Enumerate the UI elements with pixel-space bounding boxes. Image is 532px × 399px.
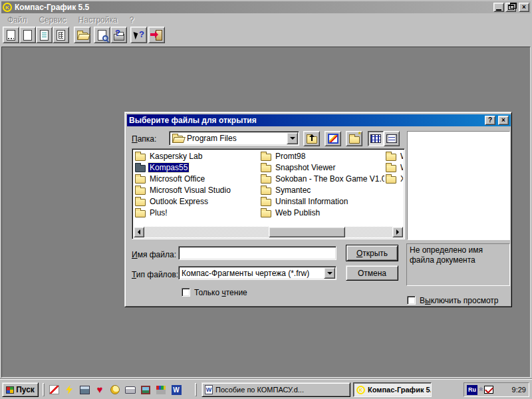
list-item-selected[interactable]: Kompas55	[135, 162, 259, 173]
create-new-folder-button[interactable]: *	[346, 131, 362, 146]
edit-pencil-button[interactable]	[325, 131, 341, 146]
folder-icon	[261, 165, 271, 172]
scroll-right-button[interactable]	[392, 227, 403, 237]
file-list-column-2: Promt98 Snapshot Viewer Sokoban - The Bo…	[261, 150, 384, 227]
quicklaunch-moon-button[interactable]	[109, 384, 121, 396]
close-button[interactable]: ×	[519, 3, 529, 12]
scroll-left-button[interactable]	[134, 227, 144, 237]
quicklaunch-lightning-button[interactable]	[63, 384, 75, 396]
folder-name: Promt98	[274, 152, 307, 161]
minimize-button[interactable]	[493, 3, 504, 12]
dialog-close-button[interactable]: ×	[498, 116, 509, 125]
up-one-level-button[interactable]	[303, 131, 320, 146]
picture-frame-icon	[141, 386, 150, 394]
list-item[interactable]: Kaspersky Lab	[135, 150, 259, 162]
start-button-label: Пуск	[16, 385, 35, 394]
toolbar-handle[interactable]	[195, 383, 197, 396]
folder-combobox-arrow[interactable]	[287, 132, 298, 144]
folder-combobox[interactable]: Program Files	[169, 131, 299, 146]
open-document-button[interactable]	[74, 27, 90, 43]
scrollbar-thumb[interactable]	[269, 227, 346, 237]
quicklaunch-calculator-button[interactable]	[78, 384, 90, 396]
disable-preview-checkbox[interactable]	[407, 296, 416, 305]
list-item[interactable]: X	[386, 173, 403, 184]
folder-icon	[135, 176, 146, 184]
scheduler-tray-icon[interactable]: *	[479, 388, 483, 395]
folder-icon	[261, 188, 271, 195]
list-item[interactable]: Web Publish	[261, 207, 384, 218]
disable-preview-label[interactable]: Выключить просмотр	[420, 296, 498, 305]
cancel-button[interactable]: Отмена	[346, 265, 398, 281]
kompas-logo-letter: K	[359, 388, 362, 392]
quicklaunch-word-button[interactable]: W	[170, 384, 182, 396]
list-item[interactable]: W	[386, 150, 403, 162]
file-list-column-1: Kaspersky Lab Kompas55 Microsoft Office …	[135, 150, 259, 227]
details-view-button[interactable]	[384, 131, 400, 146]
task-button-word-document[interactable]: WПособие по КОМПАСУ.d...	[201, 382, 350, 397]
monitor-check-tray-icon[interactable]	[484, 386, 493, 394]
toolbar-handle[interactable]	[43, 383, 45, 396]
list-item[interactable]: Uninstall Information	[261, 196, 384, 207]
new-sheet-icon	[23, 30, 32, 41]
list-item[interactable]: W	[386, 162, 403, 173]
list-item[interactable]: Plus!	[135, 207, 259, 218]
new-specification-button[interactable]	[53, 27, 69, 43]
menu-help[interactable]: ?	[124, 15, 140, 25]
menu-file[interactable]: Файл	[1, 15, 33, 25]
print-help-button[interactable]: ?	[110, 27, 127, 43]
app-titlebar[interactable]: K Компас-График 5.5 ×	[1, 1, 531, 13]
filetype-combobox[interactable]: Компас-Фрагменты чертежа (*.frw)	[178, 266, 336, 280]
folder-icon	[135, 210, 146, 217]
open-button-accel: О	[356, 249, 362, 258]
menu-settings[interactable]: Настройка	[72, 15, 124, 25]
quicklaunch-notepad-button[interactable]	[48, 384, 60, 396]
folder-name: Kompas55	[148, 163, 189, 172]
restore-button[interactable]	[505, 3, 516, 12]
list-item[interactable]: Sokoban - The Box Game V1.00	[261, 173, 384, 184]
readonly-checkbox[interactable]	[182, 288, 190, 297]
list-item[interactable]: Promt98	[261, 150, 384, 162]
dialog-title: Выберите файлы для открытия	[129, 116, 257, 125]
new-sheet-button[interactable]	[19, 27, 36, 43]
list-item[interactable]: Symantec	[261, 184, 384, 196]
file-list[interactable]: Kaspersky Lab Kompas55 Microsoft Office …	[132, 148, 405, 239]
menu-service[interactable]: Сервис	[33, 15, 72, 25]
list-item[interactable]: Outlook Express	[135, 196, 259, 207]
exit-arrow-icon	[150, 33, 155, 36]
horizontal-scrollbar[interactable]	[134, 227, 403, 237]
language-indicator[interactable]: Ru	[467, 385, 477, 395]
filename-input[interactable]	[178, 246, 336, 260]
print-preview-button[interactable]	[94, 27, 110, 43]
quicklaunch-picture-button[interactable]	[140, 384, 152, 396]
list-item[interactable]: Microsoft Office	[135, 173, 259, 184]
new-text-document-button[interactable]	[36, 27, 53, 43]
folder-icon	[261, 199, 271, 206]
dialog-help-button[interactable]: ?	[485, 116, 495, 125]
exit-button[interactable]	[148, 27, 165, 43]
context-help-button[interactable]: ?	[130, 27, 147, 43]
scanner-icon	[125, 386, 136, 394]
lightning-icon	[65, 385, 74, 394]
task-button-kompas[interactable]: KКомпас-График 5.5	[353, 382, 432, 397]
new-text-document-icon	[40, 30, 49, 41]
new-fragment-button[interactable]	[3, 27, 19, 43]
readonly-label[interactable]: Только чтение	[194, 288, 247, 297]
quicklaunch-scanner-button[interactable]	[124, 384, 136, 396]
list-item[interactable]: Snapshot Viewer	[261, 162, 384, 173]
help-question-icon: ?	[139, 29, 144, 39]
task-button-label: Компас-График 5.5	[368, 386, 432, 394]
quicklaunch-paint-button[interactable]	[155, 384, 167, 396]
folder-icon	[135, 188, 146, 195]
app-title: Компас-График 5.5	[15, 3, 89, 12]
dialog-titlebar[interactable]: Выберите файлы для открытия ? ×	[127, 114, 511, 126]
folder-name: Plus!	[148, 208, 169, 217]
list-view-button[interactable]	[368, 131, 384, 146]
details-view-icon	[386, 134, 397, 143]
quicklaunch-antivirus-button[interactable]: ♥	[94, 384, 106, 396]
scrollbar-track[interactable]	[144, 227, 392, 237]
start-button[interactable]: Пуск	[2, 382, 39, 397]
list-item[interactable]: Microsoft Visual Studio	[135, 184, 259, 196]
open-button[interactable]: Открыть	[346, 245, 398, 261]
filetype-combobox-arrow[interactable]	[324, 267, 335, 279]
folder-open-icon	[135, 165, 146, 172]
